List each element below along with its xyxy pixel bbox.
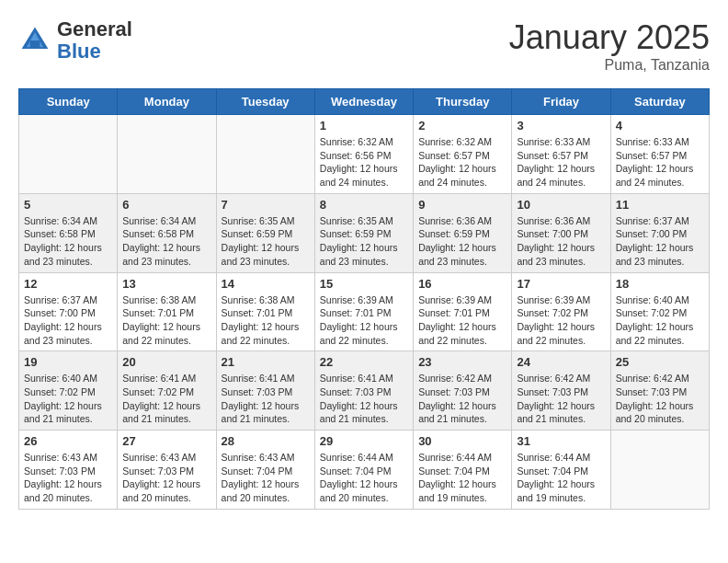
day-number: 8 [320,198,408,212]
day-number: 26 [24,434,112,448]
day-number: 4 [616,119,704,132]
calendar-day-cell: 17Sunrise: 6:39 AMSunset: 7:02 PMDayligh… [512,272,610,351]
day-number: 22 [320,355,408,369]
location-subtitle: Puma, Tanzania [509,57,710,74]
calendar-day-cell: 13Sunrise: 6:38 AMSunset: 7:01 PMDayligh… [118,272,216,351]
day-info: Sunrise: 6:33 AMSunset: 6:57 PMDaylight:… [517,135,605,190]
day-info: Sunrise: 6:39 AMSunset: 7:01 PMDaylight:… [418,293,506,348]
day-info: Sunrise: 6:40 AMSunset: 7:02 PMDaylight:… [616,293,704,348]
day-info: Sunrise: 6:34 AMSunset: 6:58 PMDaylight:… [122,214,210,269]
day-info: Sunrise: 6:42 AMSunset: 7:03 PMDaylight:… [616,372,704,426]
day-number: 11 [616,198,704,212]
day-number: 12 [24,277,112,291]
day-info: Sunrise: 6:43 AMSunset: 7:04 PMDaylight:… [222,451,310,505]
calendar-day-cell: 15Sunrise: 6:39 AMSunset: 7:01 PMDayligh… [314,272,413,351]
calendar-week-row: 12Sunrise: 6:37 AMSunset: 7:00 PMDayligh… [19,272,710,351]
day-info: Sunrise: 6:35 AMSunset: 6:59 PMDaylight:… [320,214,408,269]
day-info: Sunrise: 6:42 AMSunset: 7:03 PMDaylight:… [418,372,506,426]
weekday-header-thursday: Thursday [414,89,512,115]
day-number: 16 [418,277,506,291]
calendar-day-cell: 26Sunrise: 6:43 AMSunset: 7:03 PMDayligh… [19,431,118,510]
day-number: 18 [616,277,704,291]
svg-rect-2 [30,40,40,49]
day-number: 5 [24,198,112,212]
calendar-day-cell: 9Sunrise: 6:36 AMSunset: 6:59 PMDaylight… [414,193,512,272]
day-number: 15 [320,277,408,291]
day-info: Sunrise: 6:38 AMSunset: 7:01 PMDaylight:… [122,293,210,348]
logo-text: General Blue [57,18,132,63]
day-info: Sunrise: 6:36 AMSunset: 6:59 PMDaylight:… [418,214,506,269]
calendar-day-cell: 24Sunrise: 6:42 AMSunset: 7:03 PMDayligh… [512,351,610,431]
day-number: 13 [122,277,210,291]
calendar-day-cell: 6Sunrise: 6:34 AMSunset: 6:58 PMDaylight… [118,193,216,272]
day-info: Sunrise: 6:41 AMSunset: 7:03 PMDaylight:… [320,372,408,426]
day-number: 10 [517,198,605,212]
day-info: Sunrise: 6:32 AMSunset: 6:57 PMDaylight:… [418,135,506,190]
calendar-day-cell: 12Sunrise: 6:37 AMSunset: 7:00 PMDayligh… [19,272,118,351]
day-number: 25 [616,355,704,369]
day-info: Sunrise: 6:33 AMSunset: 6:57 PMDaylight:… [616,135,704,190]
calendar-day-cell: 5Sunrise: 6:34 AMSunset: 6:58 PMDaylight… [19,193,118,272]
calendar-day-cell: 21Sunrise: 6:41 AMSunset: 7:03 PMDayligh… [216,351,314,431]
day-info: Sunrise: 6:44 AMSunset: 7:04 PMDaylight:… [418,451,506,505]
calendar-day-cell: 23Sunrise: 6:42 AMSunset: 7:03 PMDayligh… [414,351,512,431]
weekday-header-saturday: Saturday [610,89,709,115]
calendar-day-cell: 14Sunrise: 6:38 AMSunset: 7:01 PMDayligh… [216,272,314,351]
day-number: 19 [24,355,112,369]
day-info: Sunrise: 6:39 AMSunset: 7:02 PMDaylight:… [517,293,605,348]
day-number: 14 [222,277,310,291]
calendar-day-cell: 16Sunrise: 6:39 AMSunset: 7:01 PMDayligh… [414,272,512,351]
day-info: Sunrise: 6:44 AMSunset: 7:04 PMDaylight:… [320,451,408,505]
logo-general: General [57,17,132,40]
day-info: Sunrise: 6:37 AMSunset: 7:00 PMDaylight:… [24,293,112,348]
calendar-day-cell: 18Sunrise: 6:40 AMSunset: 7:02 PMDayligh… [610,272,709,351]
day-info: Sunrise: 6:42 AMSunset: 7:03 PMDaylight:… [517,372,605,426]
calendar-week-row: 5Sunrise: 6:34 AMSunset: 6:58 PMDaylight… [19,193,710,272]
calendar-day-cell: 4Sunrise: 6:33 AMSunset: 6:57 PMDaylight… [610,115,709,194]
calendar-week-row: 19Sunrise: 6:40 AMSunset: 7:02 PMDayligh… [19,351,710,431]
calendar-day-cell: 27Sunrise: 6:43 AMSunset: 7:03 PMDayligh… [118,431,216,510]
day-number: 6 [122,198,210,212]
calendar-day-cell: 2Sunrise: 6:32 AMSunset: 6:57 PMDaylight… [414,115,512,194]
calendar-day-cell [610,431,709,510]
calendar-week-row: 1Sunrise: 6:32 AMSunset: 6:56 PMDaylight… [19,115,710,194]
calendar-day-cell: 20Sunrise: 6:41 AMSunset: 7:02 PMDayligh… [118,351,216,431]
logo: General Blue [18,18,132,63]
calendar-day-cell: 19Sunrise: 6:40 AMSunset: 7:02 PMDayligh… [19,351,118,431]
day-number: 1 [320,119,408,132]
weekday-header-wednesday: Wednesday [314,89,413,115]
day-number: 28 [222,434,310,448]
day-info: Sunrise: 6:34 AMSunset: 6:58 PMDaylight:… [24,214,112,269]
calendar-day-cell: 1Sunrise: 6:32 AMSunset: 6:56 PMDaylight… [314,115,413,194]
calendar-day-cell: 10Sunrise: 6:36 AMSunset: 7:00 PMDayligh… [512,193,610,272]
day-number: 9 [418,198,506,212]
day-info: Sunrise: 6:41 AMSunset: 7:02 PMDaylight:… [122,372,210,426]
weekday-header-tuesday: Tuesday [216,89,314,115]
day-number: 29 [320,434,408,448]
day-number: 30 [418,434,506,448]
calendar-day-cell: 25Sunrise: 6:42 AMSunset: 7:03 PMDayligh… [610,351,709,431]
page-header: General Blue January 2025 Puma, Tanzania [18,18,710,74]
day-number: 3 [517,119,605,132]
day-info: Sunrise: 6:32 AMSunset: 6:56 PMDaylight:… [320,135,408,190]
calendar-week-row: 26Sunrise: 6:43 AMSunset: 7:03 PMDayligh… [19,431,710,510]
calendar-day-cell [19,115,118,194]
calendar-day-cell: 29Sunrise: 6:44 AMSunset: 7:04 PMDayligh… [314,431,413,510]
day-info: Sunrise: 6:40 AMSunset: 7:02 PMDaylight:… [24,372,112,426]
day-number: 2 [418,119,506,132]
day-number: 17 [517,277,605,291]
day-info: Sunrise: 6:44 AMSunset: 7:04 PMDaylight:… [517,451,605,505]
day-info: Sunrise: 6:36 AMSunset: 7:00 PMDaylight:… [517,214,605,269]
logo-icon [18,24,51,57]
calendar-day-cell: 31Sunrise: 6:44 AMSunset: 7:04 PMDayligh… [512,431,610,510]
day-info: Sunrise: 6:35 AMSunset: 6:59 PMDaylight:… [222,214,310,269]
day-info: Sunrise: 6:39 AMSunset: 7:01 PMDaylight:… [320,293,408,348]
day-number: 23 [418,355,506,369]
calendar-day-cell: 8Sunrise: 6:35 AMSunset: 6:59 PMDaylight… [314,193,413,272]
calendar-day-cell: 3Sunrise: 6:33 AMSunset: 6:57 PMDaylight… [512,115,610,194]
day-number: 27 [122,434,210,448]
day-number: 20 [122,355,210,369]
calendar-day-cell: 22Sunrise: 6:41 AMSunset: 7:03 PMDayligh… [314,351,413,431]
day-info: Sunrise: 6:41 AMSunset: 7:03 PMDaylight:… [222,372,310,426]
calendar-day-cell [216,115,314,194]
